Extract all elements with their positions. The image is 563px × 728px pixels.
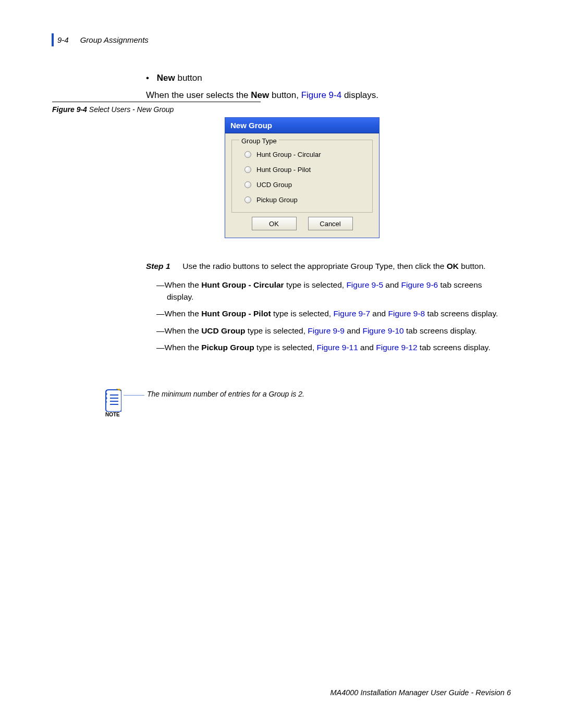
bullet-new-button: • New button xyxy=(146,72,511,85)
note-icon xyxy=(104,389,121,412)
step-1: Step 1 Use the radio buttons to select t… xyxy=(146,261,511,272)
cancel-button[interactable]: Cancel xyxy=(308,217,353,230)
bullet-bold: New xyxy=(157,73,175,83)
group-type-legend: Group Type xyxy=(239,137,279,145)
step-subitem: —When the Pickup Group type is selected,… xyxy=(156,342,511,353)
figure-link[interactable]: Figure 9-5 xyxy=(346,280,383,289)
figure-caption-rule xyxy=(52,102,261,102)
figure-link[interactable]: Figure 9-7 xyxy=(333,309,370,318)
step-subitem: —When the Hunt Group - Pilot type is sel… xyxy=(156,308,511,319)
group-type-fieldset: Group Type Hunt Group - Circular Hunt Gr… xyxy=(231,140,373,213)
radio-icon xyxy=(244,181,251,188)
figure-link[interactable]: Figure 9-9 xyxy=(308,326,345,335)
radio-hunt-pilot[interactable]: Hunt Group - Pilot xyxy=(244,166,365,174)
step-subitem: —When the UCD Group type is selected, Fi… xyxy=(156,325,511,337)
page-number: 9-4 xyxy=(57,35,69,44)
figure-link[interactable]: Figure 9-11 xyxy=(317,343,358,352)
bullet-rest: button xyxy=(175,73,202,83)
radio-icon xyxy=(244,196,251,203)
radio-icon xyxy=(244,151,251,158)
step-label: Step 1 xyxy=(146,261,180,272)
ok-button[interactable]: OK xyxy=(252,217,297,230)
note-rule xyxy=(124,395,144,396)
radio-ucd-group[interactable]: UCD Group xyxy=(244,181,365,189)
link-figure-9-4[interactable]: Figure 9-4 xyxy=(301,90,341,100)
page-footer: MA4000 Installation Manager User Guide -… xyxy=(330,688,511,697)
intro-description: When the user selects the New button, Fi… xyxy=(146,89,511,102)
note-label: NOTE xyxy=(105,412,120,417)
page-header: 9-4Group Assignments xyxy=(57,35,149,44)
section-title: Group Assignments xyxy=(80,35,149,44)
radio-pickup-group[interactable]: Pickup Group xyxy=(244,196,365,204)
figure-link[interactable]: Figure 9-6 xyxy=(401,280,438,289)
figure-link[interactable]: Figure 9-10 xyxy=(362,326,403,335)
note-text: The minimum number of entries for a Grou… xyxy=(147,390,304,398)
figure-caption: Figure 9-4 Select Users - New Group xyxy=(52,105,174,114)
step-subitem: —When the Hunt Group - Circular type is … xyxy=(156,279,511,303)
radio-hunt-circular[interactable]: Hunt Group - Circular xyxy=(244,151,365,158)
header-rule xyxy=(52,33,54,46)
dialog-title: New Group xyxy=(225,118,379,133)
radio-icon xyxy=(244,166,251,173)
figure-link[interactable]: Figure 9-8 xyxy=(388,309,425,318)
figure-link[interactable]: Figure 9-12 xyxy=(376,343,417,352)
new-group-dialog: New Group Group Type Hunt Group - Circul… xyxy=(225,117,380,238)
